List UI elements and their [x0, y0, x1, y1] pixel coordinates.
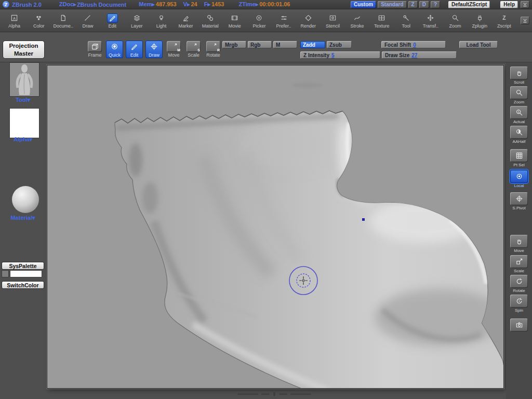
palette-item-zscript[interactable]: ZZscript — [492, 11, 516, 31]
titlebar-button-custom[interactable]: Custom — [351, 1, 376, 8]
scrollbar-thumb[interactable] — [261, 393, 270, 395]
document-canvas[interactable] — [47, 65, 504, 389]
help-button[interactable]: Help — [500, 1, 518, 8]
palette-item-alpha[interactable]: AAlpha — [2, 11, 26, 31]
palette-item-zplugin[interactable]: Zplugin — [468, 11, 492, 31]
scrollbar-thumb-2[interactable] — [279, 393, 287, 395]
titlebar: Z ZBrush 2.0 ZDoc▸ ZBrush Document Mem▸ … — [0, 0, 532, 9]
palette-item-edit[interactable]: Edit — [100, 11, 125, 31]
main-color-swatch[interactable] — [10, 270, 42, 277]
right-panel-button-local[interactable]: Local — [509, 170, 529, 188]
scroll-arrows[interactable]: ▲ ▼ — [273, 391, 276, 396]
zsub-button[interactable]: Zsub — [327, 41, 352, 48]
right-panel-button-scale[interactable]: Scale — [509, 255, 529, 273]
palette-item-color[interactable]: Color — [26, 11, 51, 31]
material-dropdown[interactable]: Material▾ — [0, 215, 46, 221]
right-panel-button-pt-sel[interactable]: Pt Sel — [509, 149, 529, 167]
current-alpha-thumbnail[interactable] — [9, 108, 39, 138]
focal-shift-slider[interactable]: Focal Shift 0 — [381, 41, 446, 48]
right-panel-button-move[interactable]: Move — [509, 235, 529, 253]
right-panel: ScrollZoom1ActualAAHalfPt SelLocalS.Pivo… — [506, 62, 532, 399]
palette-item-light[interactable]: Light — [149, 11, 174, 31]
svg-text:1: 1 — [517, 110, 519, 113]
tool-frame-button[interactable]: Frame — [86, 41, 103, 58]
default-zscript-button[interactable]: DefaultZScript — [448, 1, 490, 8]
tool-label: Move — [168, 52, 179, 58]
tool-dropdown[interactable]: Tool▾ — [0, 97, 46, 103]
alpha-dropdown[interactable]: Alpha▾ — [0, 136, 46, 143]
m-button[interactable]: M — [273, 41, 297, 48]
titlebar-button-d[interactable]: D — [419, 1, 429, 8]
titlebar-button-z[interactable]: Z — [408, 1, 418, 8]
palette-item-label: Docume.. — [54, 23, 74, 29]
right-panel-button-s-pivot[interactable]: S.Pivot — [509, 192, 529, 210]
tool-badge-letter: R — [217, 48, 220, 52]
load-tool-button[interactable]: Load Tool — [459, 41, 498, 48]
titlebar-button-standard[interactable]: Standard — [378, 1, 406, 8]
projection-master-button[interactable]: Projection Master — [3, 41, 45, 59]
layer-palette-icon — [131, 14, 142, 23]
right-panel-button-rotate[interactable]: Rotate — [509, 275, 529, 293]
rgb-button[interactable]: Rgb — [248, 41, 272, 48]
tool-quick-button[interactable]: Quick — [106, 41, 123, 58]
mrgb-button[interactable]: Mrgb — [222, 41, 246, 48]
current-tool-thumbnail[interactable] — [9, 62, 39, 97]
current-material-sphere[interactable] — [12, 186, 39, 213]
palette-item-marker[interactable]: Marker — [174, 11, 198, 31]
palette-item-tool[interactable]: Tool — [394, 11, 418, 31]
palette-dock-chevron-icon[interactable] — [521, 17, 529, 24]
svg-text:Z: Z — [502, 15, 506, 21]
sculpt-viewport[interactable] — [47, 65, 504, 389]
right-panel-button-spin[interactable]: Spin — [509, 295, 529, 313]
palette-item-stencil[interactable]: Stencil — [321, 11, 345, 31]
tool-mode-row: FrameQuickEditDraw MMove SScale RRotate — [86, 41, 222, 58]
draw-size-slider[interactable]: Draw Size 27 — [382, 51, 457, 59]
secondary-color-swatch[interactable] — [2, 270, 9, 277]
scroll-down-icon[interactable]: ▼ — [273, 394, 276, 396]
toolbar: FrameQuickEditDraw MMove SScale RRotate … — [0, 32, 532, 62]
scrollbar-track[interactable] — [237, 393, 258, 395]
right-panel-button-camera[interactable] — [509, 318, 529, 331]
palette-item-movie[interactable]: Movie — [222, 11, 247, 31]
movie-palette-icon — [229, 14, 240, 23]
scrollbar-track-2[interactable] — [290, 393, 311, 395]
tool-rotate-button[interactable]: RRotate — [205, 41, 222, 58]
zadd-button[interactable]: Zadd — [300, 41, 325, 48]
palette-item-material[interactable]: Material — [198, 11, 222, 31]
palette-item-prefer[interactable]: Prefer.. — [272, 11, 296, 31]
zbrush-logo-icon: Z — [3, 1, 9, 8]
right-panel-button-aahalf[interactable]: AAHalf — [509, 126, 529, 144]
palette-item-label: Stroke — [351, 23, 364, 29]
palette-item-draw[interactable]: Draw — [75, 11, 100, 31]
right-panel-button-actual[interactable]: 1Actual — [509, 106, 529, 124]
palette-item-zoom[interactable]: Zoom — [443, 11, 468, 31]
arrows-tool-icon: S — [187, 41, 201, 52]
palette-item-docume[interactable]: Docume.. — [51, 11, 75, 31]
right-panel-button-label: Zoom — [514, 100, 524, 104]
tool-scale-button[interactable]: SScale — [185, 41, 202, 58]
palette-item-transf[interactable]: Transf.. — [418, 11, 443, 31]
dock-chevron-icon[interactable] — [521, 1, 529, 8]
canvas-scrollbar[interactable]: ▲ ▼ — [217, 391, 331, 397]
tool-move-button[interactable]: MMove — [165, 41, 182, 58]
zdoc-menu[interactable]: ZDoc▸ — [59, 1, 76, 8]
switchcolor-button[interactable]: SwitchColor — [2, 281, 44, 289]
palette-item-label: Tool — [402, 23, 411, 29]
syspalette-button[interactable]: SysPalette — [2, 262, 44, 270]
palette-item-render[interactable]: Render — [296, 11, 321, 31]
tool-draw-button[interactable]: Draw — [145, 41, 163, 58]
titlebar-button-[interactable]: ? — [431, 1, 440, 8]
right-panel-button-label: Pt Sel — [513, 163, 524, 167]
z-intensity-slider[interactable]: Z Intensity 5 — [300, 51, 380, 59]
palette-item-texture[interactable]: Texture — [369, 11, 394, 31]
palette-item-label: Draw — [82, 23, 93, 29]
right-panel-button-zoom[interactable]: Zoom — [509, 86, 529, 104]
right-panel-button-label: Rotate — [513, 288, 525, 293]
palette-item-layer[interactable]: Layer — [125, 11, 149, 31]
palette-item-stroke[interactable]: Stroke — [345, 11, 369, 31]
document-name: ZBrush Document — [77, 2, 126, 8]
tool-edit-button[interactable]: Edit — [126, 41, 143, 58]
scale-box-icon — [510, 255, 528, 268]
right-panel-button-scroll[interactable]: Scroll — [509, 66, 529, 85]
palette-item-picker[interactable]: Picker — [247, 11, 271, 31]
